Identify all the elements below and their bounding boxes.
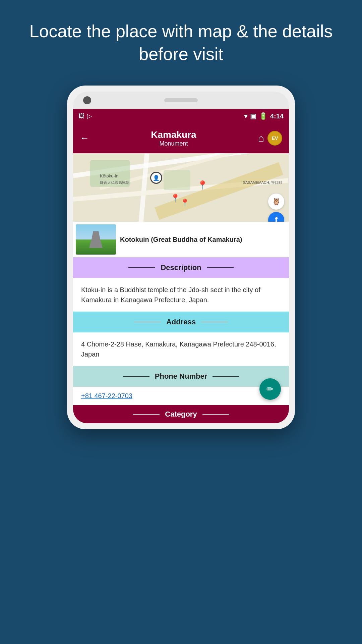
map-section[interactable]: Kōtoku-in 鎌倉大仏殿高徳院 SASAMEMACH, 笹目町 👤 📍 📍… xyxy=(73,153,289,257)
category-bar: Category xyxy=(73,405,289,423)
ev-badge[interactable]: EV xyxy=(267,131,282,146)
wifi-icon: ▾ xyxy=(244,112,247,120)
description-line-left xyxy=(128,267,155,268)
nav-icon: ▷ xyxy=(87,112,92,120)
app-title: Kamakura xyxy=(151,129,196,140)
edit-fab[interactable]: ✏ xyxy=(259,378,281,400)
phone-inner: 🖼 ▷ ▾ ▣ 🔋 4:14 ← Kamakura Monument ⌂ EV xyxy=(73,92,289,423)
status-left: 🖼 ▷ xyxy=(78,112,92,120)
category-line-left xyxy=(133,414,160,415)
address-line-left xyxy=(134,322,161,322)
phone-frame: 🖼 ▷ ▾ ▣ 🔋 4:14 ← Kamakura Monument ⌂ EV xyxy=(67,86,295,429)
phone-number-link[interactable]: +81 467-22-0703 xyxy=(73,387,289,405)
app-bar: ← Kamakura Monument ⌂ EV xyxy=(73,123,289,153)
map-label-kanji: 鎌倉大仏殿高徳院 xyxy=(100,180,129,185)
place-thumbnail xyxy=(76,224,116,255)
phone-notch-bar xyxy=(73,92,289,109)
time-display: 4:14 xyxy=(270,112,284,120)
phone-header: Phone Number xyxy=(73,366,289,387)
place-card: Kotokuin (Great Buddha of Kamakura) xyxy=(73,222,289,257)
app-bar-center: Kamakura Monument xyxy=(151,129,196,147)
phone-label: Phone Number xyxy=(155,372,207,381)
description-label: Description xyxy=(161,263,201,272)
phone-line-right xyxy=(213,376,239,377)
header-text: Locate the place with map & the details … xyxy=(0,0,362,79)
status-bar: 🖼 ▷ ▾ ▣ 🔋 4:14 xyxy=(73,109,289,123)
map-pin-1: 📍 xyxy=(197,180,208,191)
tripadvisor-button[interactable]: 🦉 xyxy=(268,194,284,210)
home-button[interactable]: ⌂ xyxy=(258,132,264,144)
signal-icon: ▣ xyxy=(250,112,256,120)
status-right: ▾ ▣ 🔋 4:14 xyxy=(244,112,284,120)
battery-icon: 🔋 xyxy=(259,112,267,120)
description-text: Ktoku-in is a Buddhist temple of the Jdo… xyxy=(73,278,289,312)
category-line-right xyxy=(202,414,229,415)
app-subtitle: Monument xyxy=(151,140,196,147)
description-header: Description xyxy=(73,257,289,278)
map-label-sasame: SASAMEMACH, 笹目町 xyxy=(243,180,282,185)
map-pin-3: 📍 xyxy=(180,199,189,207)
address-line-right xyxy=(201,322,228,322)
category-label: Category xyxy=(165,410,197,419)
map-label-kotoku: Kōtoku-in xyxy=(100,173,118,178)
image-icon: 🖼 xyxy=(78,113,84,120)
address-label: Address xyxy=(166,318,196,326)
address-text: 4 Chome-2-28 Hase, Kamakura, Kanagawa Pr… xyxy=(73,332,289,366)
phone-line-left xyxy=(123,376,149,377)
description-line-right xyxy=(207,267,234,268)
address-header: Address xyxy=(73,312,289,332)
back-button[interactable]: ← xyxy=(80,133,89,144)
phone-camera xyxy=(83,96,91,104)
app-bar-right: ⌂ EV xyxy=(258,131,282,146)
phone-speaker xyxy=(164,98,198,102)
place-title: Kotokuin (Great Buddha of Kamakura) xyxy=(120,235,286,244)
map-pin-2: 📍 xyxy=(170,194,180,203)
main-map-pin: 👤 xyxy=(150,172,162,184)
